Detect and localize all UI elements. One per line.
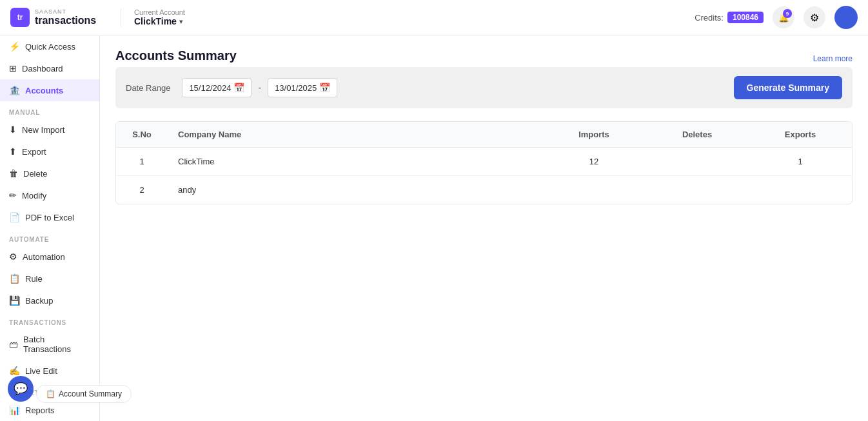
- backup-icon: 💾: [9, 295, 20, 306]
- batch-transactions-icon: 🗃: [9, 339, 18, 349]
- chat-button[interactable]: 💬: [8, 376, 34, 402]
- reports-icon: 📊: [9, 405, 20, 415]
- calendar-from-icon: 📅: [233, 83, 244, 93]
- date-to-input[interactable]: 13/01/2025 📅: [268, 78, 337, 97]
- sidebar-item-delete[interactable]: 🗑 Delete: [0, 162, 99, 184]
- sidebar-item-automation[interactable]: ⚙ Automation: [0, 246, 99, 268]
- account-summary-label: Account Summary: [59, 389, 122, 398]
- logo-text: saasant transactions: [35, 8, 96, 26]
- automation-icon: ⚙: [9, 251, 17, 262]
- cell-deletes: [646, 148, 749, 176]
- account-summary-quick-button[interactable]: 📋 Account Summary: [36, 385, 132, 403]
- header-right: Credits: 100846 🔔 9 ⚙: [695, 6, 858, 29]
- sidebar-item-dashboard[interactable]: ⊞ Dashboard: [0, 57, 99, 79]
- cell-sno: 2: [116, 176, 168, 204]
- filter-left: Date Range 15/12/2024 📅 - 13/01/2025 📅: [126, 78, 337, 97]
- sidebar-item-label: Modify: [22, 191, 46, 201]
- dashboard-icon: ⊞: [9, 63, 17, 73]
- table-header-row: S.No Company Name Imports Deletes Export…: [116, 122, 852, 148]
- notification-count: 9: [783, 9, 792, 18]
- cell-company: ClickTime: [168, 148, 542, 176]
- date-to-value: 13/01/2025: [275, 83, 317, 93]
- date-from-input[interactable]: 15/12/2024 📅: [182, 78, 252, 97]
- main-content: Accounts Summary Learn more Date Range 1…: [100, 35, 868, 421]
- cell-exports: 1: [749, 148, 852, 176]
- sidebar-item-backup[interactable]: 💾 Backup: [0, 289, 99, 311]
- sidebar-item-pdf-to-excel[interactable]: 📄 PDF to Excel: [0, 206, 99, 228]
- live-edit-icon: ✍: [9, 366, 20, 376]
- avatar[interactable]: [834, 6, 858, 29]
- rule-icon: 📋: [9, 273, 20, 284]
- export-icon: ⬆: [9, 146, 17, 157]
- cell-imports: [542, 176, 646, 204]
- chevron-down-icon: ▾: [179, 18, 182, 25]
- app-header: tr saasant transactions Current Account …: [0, 0, 868, 35]
- sidebar-item-label: Automation: [23, 252, 65, 262]
- gear-icon: ⚙: [810, 12, 819, 24]
- sidebar-item-label: Batch Transactions: [23, 335, 90, 354]
- cell-sno: 1: [116, 148, 168, 176]
- cell-exports: [749, 176, 852, 204]
- date-separator: -: [258, 83, 261, 93]
- sidebar-item-export[interactable]: ⬆ Export: [0, 141, 99, 162]
- generate-summary-button[interactable]: Generate Summary: [734, 76, 842, 99]
- new-import-icon: ⬇: [9, 124, 17, 135]
- quick-access-icon: ⚡: [9, 41, 20, 52]
- col-header-sno: S.No: [116, 122, 168, 148]
- sidebar-item-accounts[interactable]: 🏦 Accounts: [0, 79, 99, 101]
- sidebar-item-modify[interactable]: ✏ Modify: [0, 184, 99, 206]
- credits-area: Credits: 100846: [695, 12, 764, 23]
- current-account-name[interactable]: ClickTime ▾: [134, 16, 185, 26]
- manual-section-label: Manual: [0, 101, 99, 119]
- logo-area: tr saasant transactions: [10, 8, 110, 27]
- sidebar: ⚡ Quick Access ⊞ Dashboard 🏦 Accounts Ma…: [0, 35, 100, 421]
- main-layout: ⚡ Quick Access ⊞ Dashboard 🏦 Accounts Ma…: [0, 35, 868, 421]
- settings-button[interactable]: ⚙: [804, 6, 825, 28]
- col-header-exports: Exports: [749, 122, 852, 148]
- logo-icon: tr: [10, 8, 30, 27]
- transactions-section-label: Transactions: [0, 311, 99, 329]
- sidebar-item-label: Export: [22, 147, 46, 157]
- col-header-company: Company Name: [168, 122, 542, 148]
- table-row: 2 andy: [116, 176, 852, 204]
- account-summary-icon: 📋: [46, 389, 55, 398]
- sidebar-item-batch-transactions[interactable]: 🗃 Batch Transactions: [0, 329, 99, 360]
- sidebar-item-label: New Import: [22, 125, 64, 135]
- sidebar-item-label: Backup: [25, 296, 53, 306]
- cell-company: andy: [168, 176, 542, 204]
- date-range-label: Date Range: [126, 83, 170, 93]
- accounts-icon: 🏦: [9, 85, 20, 95]
- col-header-imports: Imports: [542, 122, 646, 148]
- logo-brand: saasant: [35, 8, 96, 15]
- credits-badge: 100846: [727, 12, 764, 23]
- sidebar-item-label: Delete: [23, 169, 48, 179]
- sidebar-item-rule[interactable]: 📋 Rule: [0, 268, 99, 289]
- notifications-button[interactable]: 🔔 9: [773, 6, 794, 28]
- col-header-deletes: Deletes: [646, 122, 749, 148]
- sidebar-item-label: Dashboard: [22, 64, 63, 73]
- cell-deletes: [646, 176, 749, 204]
- sidebar-item-label: Live Edit: [25, 366, 57, 376]
- modify-icon: ✏: [9, 190, 17, 201]
- sidebar-item-label: PDF to Excel: [25, 213, 74, 222]
- automate-section-label: Automate: [0, 228, 99, 246]
- sidebar-item-new-import[interactable]: ⬇ New Import: [0, 119, 99, 141]
- sidebar-item-label: Accounts: [25, 86, 63, 95]
- pdf-to-excel-icon: 📄: [9, 212, 20, 222]
- logo-product: transactions: [35, 15, 96, 26]
- filter-bar: Date Range 15/12/2024 📅 - 13/01/2025 📅 G…: [115, 67, 853, 108]
- calendar-to-icon: 📅: [319, 83, 330, 93]
- date-from-value: 15/12/2024: [189, 83, 231, 93]
- sidebar-item-quick-access[interactable]: ⚡ Quick Access: [0, 35, 99, 57]
- sidebar-item-label: Rule: [25, 274, 43, 284]
- sidebar-item-label: Quick Access: [25, 42, 75, 52]
- cell-imports: 12: [542, 148, 646, 176]
- delete-icon: 🗑: [9, 168, 18, 179]
- table-row: 1 ClickTime 12 1: [116, 148, 852, 176]
- current-account-label: Current Account: [134, 8, 185, 16]
- accounts-table: S.No Company Name Imports Deletes Export…: [115, 121, 853, 204]
- credits-label: Credits:: [695, 13, 724, 23]
- current-account-section: Current Account ClickTime ▾: [121, 8, 185, 26]
- sidebar-item-label: Reports: [25, 406, 55, 415]
- chat-icon: 💬: [14, 382, 28, 396]
